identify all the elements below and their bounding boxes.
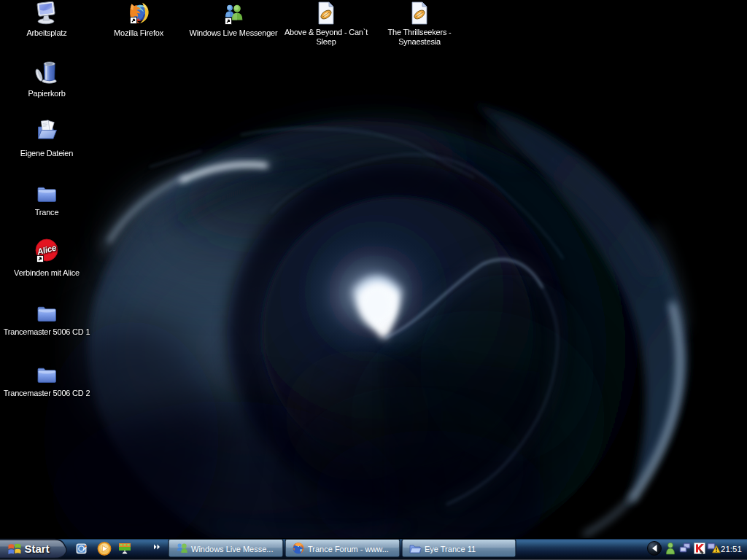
svg-text:Eye Trance 11: Eye Trance 11	[425, 545, 476, 553]
svg-text:Windows Live Messe...: Windows Live Messe...	[191, 545, 273, 553]
svg-text:Start: Start	[25, 542, 50, 555]
svg-text:21:51: 21:51	[721, 545, 742, 553]
svg-text:Trance Forum - www...: Trance Forum - www...	[308, 545, 389, 553]
